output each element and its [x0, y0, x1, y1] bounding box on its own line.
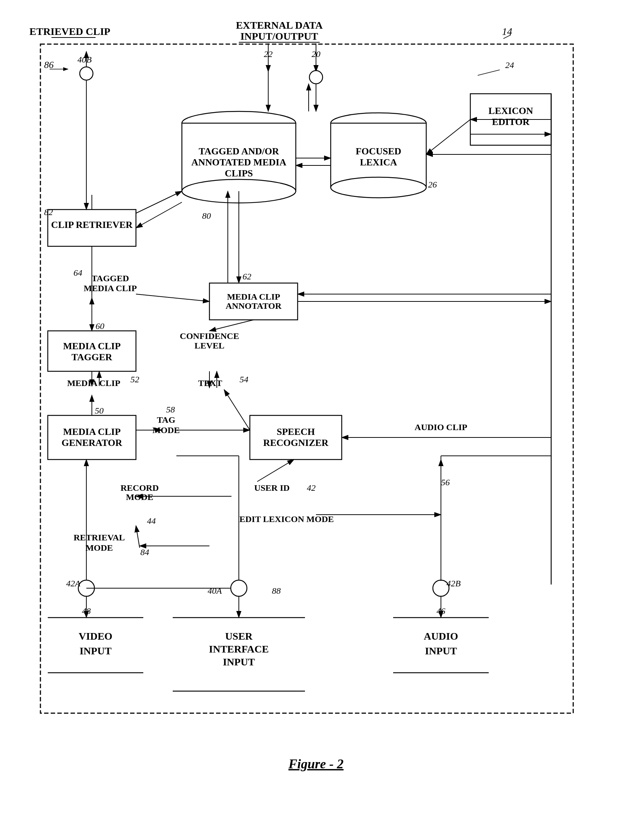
record-mode-label: RECORD: [121, 483, 159, 493]
ref-44: 44: [147, 516, 156, 526]
user-id-label: USER ID: [254, 483, 290, 493]
speech-recognizer-label2: RECOGNIZER: [263, 437, 328, 448]
svg-line-37: [136, 294, 210, 302]
ref-82: 82: [44, 207, 53, 217]
audio-input-label2: INPUT: [425, 645, 457, 657]
tagger-label2: TAGGER: [72, 352, 112, 362]
svg-line-35: [210, 320, 254, 331]
tagger-label1: MEDIA CLIP: [63, 341, 121, 351]
svg-line-25: [426, 120, 470, 155]
ref-42a: 42A: [66, 579, 80, 588]
ref-52: 52: [131, 374, 139, 384]
figure-label: Figure - 2: [288, 756, 344, 771]
retrieval-mode-label2: MODE: [86, 543, 113, 553]
junction-40b: [80, 67, 93, 80]
ref-56: 56: [441, 478, 450, 487]
video-input-label1: VIDEO: [79, 630, 112, 642]
text-label: TEXT: [198, 378, 222, 388]
ref-60: 60: [96, 321, 104, 331]
ref-40a: 40A: [208, 586, 222, 595]
annotator-label2: ANNOTATOR: [225, 301, 282, 311]
focused-lexica-label2: LEXICA: [360, 157, 397, 167]
confidence-label2: LEVEL: [194, 341, 224, 351]
ui-input-label2: INTERFACE: [209, 643, 269, 655]
ref-64: 64: [74, 268, 82, 278]
ref-84: 84: [140, 547, 149, 557]
lexicon-editor-label2: EDITOR: [492, 117, 530, 127]
annotator-label1: MEDIA CLIP: [227, 292, 281, 302]
retrieval-mode-label1: RETRIEVAL: [74, 533, 125, 542]
ui-input-label1: USER: [225, 630, 253, 642]
ref-88: 88: [272, 586, 281, 595]
clip-retriever-label1: CLIP RETRIEVER: [51, 219, 132, 230]
tagged-media-clip-label1: TAGGED: [91, 273, 129, 283]
junction-40a: [231, 580, 247, 596]
speech-recognizer-label1: SPEECH: [277, 426, 315, 437]
ref-14: 14: [502, 26, 512, 37]
ref-54: 54: [240, 374, 248, 384]
svg-line-19: [136, 202, 182, 228]
junction-20: [309, 71, 323, 84]
tagged-db-label2: ANNOTATED MEDIA: [191, 157, 287, 167]
generator-label1: MEDIA CLIP: [63, 426, 121, 437]
svg-line-57: [136, 526, 140, 548]
edit-lexicon-label: EDIT LEXICON MODE: [240, 514, 334, 524]
external-data-label: EXTERNAL DATA: [236, 19, 323, 31]
lexica-db-bottom: [331, 177, 426, 198]
external-data-label2: INPUT/OUTPUT: [240, 30, 318, 42]
ref-58: 58: [166, 405, 175, 414]
svg-line-55: [257, 459, 294, 482]
record-mode-label2: MODE: [126, 492, 154, 502]
ref-42: 42: [307, 483, 316, 493]
lexicon-editor-label1: LEXICON: [489, 106, 533, 116]
ui-input-label3: INPUT: [223, 656, 255, 668]
ref-40b: 40B: [77, 55, 92, 64]
tag-mode-label1: TAG: [157, 415, 176, 425]
audio-input-label1: AUDIO: [424, 630, 458, 642]
audio-clip-label: AUDIO CLIP: [415, 422, 467, 432]
media-clip-label: MEDIA CLIP: [67, 378, 121, 388]
confidence-label1: CONFIDENCE: [180, 331, 239, 341]
generator-label2: GENERATOR: [61, 437, 122, 448]
tagged-db-label3: CLIPS: [225, 168, 253, 178]
svg-line-46: [224, 390, 250, 430]
ref-42b: 42B: [446, 579, 461, 588]
ref-24: 24: [505, 60, 514, 70]
focused-lexica-label1: FOCUSED: [356, 146, 401, 156]
svg-line-6: [478, 70, 500, 75]
ref-26: 26: [428, 180, 437, 189]
video-input-label2: INPUT: [79, 645, 111, 657]
svg-line-67: [136, 191, 182, 213]
ref-80: 80: [202, 211, 211, 221]
ref-86: 86: [44, 60, 54, 70]
retrieved-clip-label: RETRIEVED CLIP: [29, 26, 110, 37]
ref-62: 62: [243, 272, 251, 281]
tagged-db-label1: TAGGED AND/OR: [199, 146, 279, 156]
ref-50: 50: [95, 406, 104, 415]
